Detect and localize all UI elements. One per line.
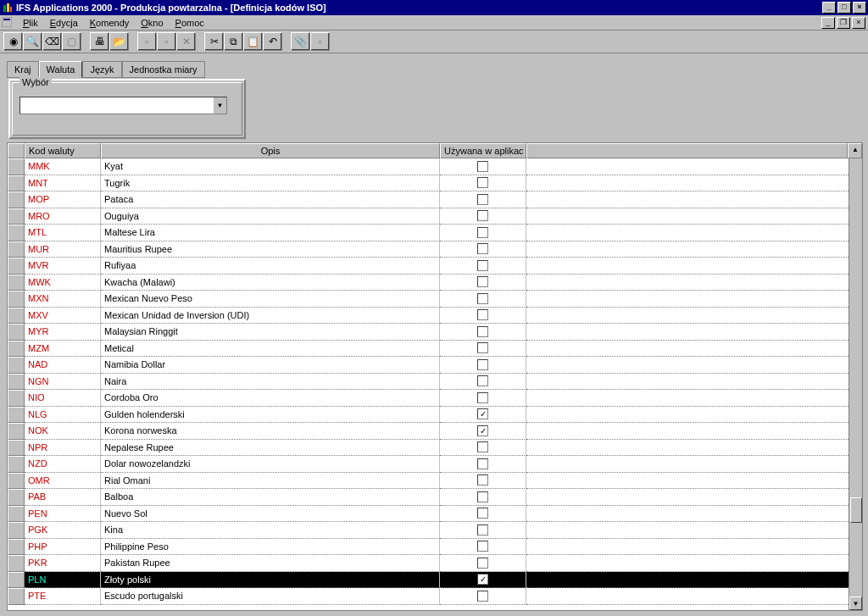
cell-desc[interactable]: Malaysian Ringgit [101,324,440,341]
scrollbar-thumb[interactable] [850,497,862,523]
checkbox-icon[interactable] [477,161,488,172]
checkbox-icon[interactable] [477,441,488,452]
cell-used[interactable] [440,175,526,192]
table-row[interactable]: MNTTugrik [8,175,862,192]
cell-code[interactable]: NLG [25,407,101,424]
cell-used[interactable] [440,440,526,457]
row-selector[interactable] [8,456,25,473]
cell-used[interactable]: ✓ [440,423,526,440]
row-selector[interactable] [8,407,25,424]
cell-desc[interactable]: Pakistan Rupee [101,555,440,572]
cell-used[interactable] [440,291,526,308]
row-selector[interactable] [8,440,25,457]
row-selector[interactable] [8,423,25,440]
cell-used[interactable] [440,275,526,291]
row-selector[interactable] [8,275,25,291]
row-selector[interactable] [8,158,25,175]
cell-used[interactable] [440,506,526,523]
table-row[interactable]: NOKKorona norweska✓ [8,423,862,440]
row-selector[interactable] [8,489,25,506]
checkbox-icon[interactable]: ✓ [477,425,488,436]
row-selector[interactable] [8,225,25,241]
cell-used[interactable] [440,555,526,572]
cell-used[interactable] [440,588,526,605]
delete-icon[interactable]: ✕ [176,32,196,51]
table-row[interactable]: NLGGulden holenderski✓ [8,407,862,424]
close-button[interactable]: × [853,2,866,14]
checkbox-icon[interactable]: ✓ [477,408,488,419]
cell-desc[interactable]: Pataca [101,191,440,208]
cell-code[interactable]: NGN [25,374,101,391]
tab-waluta[interactable]: Waluta [39,61,83,78]
mdi-minimize-button[interactable]: _ [821,17,835,29]
cell-code[interactable]: NAD [25,357,101,374]
cell-code[interactable]: PAB [25,489,101,506]
cell-code[interactable]: MMK [25,158,101,175]
cell-used[interactable] [440,374,526,391]
table-row[interactable]: MXNMexican Nuevo Peso [8,291,862,308]
table-row[interactable]: MROOuguiya [8,208,862,225]
row-selector[interactable] [8,588,25,605]
checkbox-icon[interactable] [477,194,488,205]
table-row[interactable]: MVRRufiyaa [8,258,862,275]
menu-plik[interactable]: Plik [17,17,44,29]
cell-desc[interactable]: Mauritius Rupee [101,241,440,258]
cell-code[interactable]: NZD [25,456,101,473]
cell-desc[interactable]: Escudo portugalski [101,588,440,605]
checkbox-icon[interactable] [477,508,488,519]
checkbox-icon[interactable] [477,474,488,486]
row-selector[interactable] [8,175,25,192]
filter-combo[interactable]: ▼ [19,97,227,114]
cell-desc[interactable]: Kwacha (Malawi) [101,275,440,291]
cell-desc[interactable]: Złoty polski [101,572,440,589]
search-icon[interactable]: 🔍 [23,32,42,51]
copy-icon[interactable]: ⧉ [224,32,243,51]
cell-used[interactable]: ✓ [440,407,526,424]
db-icon[interactable]: ◉ [3,32,23,51]
row-selector[interactable] [8,291,25,308]
cell-code[interactable]: MYR [25,324,101,341]
cell-code[interactable]: MUR [25,241,101,258]
cell-desc[interactable]: Rufiyaa [101,258,440,275]
menu-edycja[interactable]: Edycja [44,17,84,29]
cell-desc[interactable]: Kyat [101,158,440,175]
row-selector[interactable] [8,473,25,490]
cell-code[interactable]: PEN [25,506,101,523]
paste-icon[interactable]: 📋 [243,32,263,51]
cell-code[interactable]: NPR [25,440,101,457]
col-used[interactable]: Używana w aplikac [440,143,526,158]
cell-desc[interactable]: Korona norweska [101,423,440,440]
row-selector[interactable] [8,191,25,208]
cell-code[interactable]: PTE [25,588,101,605]
row-selector[interactable] [8,506,25,523]
row-selector[interactable] [8,324,25,341]
cell-used[interactable] [440,522,526,539]
checkbox-icon[interactable] [477,342,488,353]
cell-code[interactable]: OMR [25,473,101,490]
checkbox-icon[interactable] [477,260,488,271]
cell-code[interactable]: MZM [25,341,101,358]
filter-input[interactable] [20,97,213,114]
cell-code[interactable]: PLN [25,572,101,589]
table-row[interactable]: MWKKwacha (Malawi) [8,275,862,291]
cell-code[interactable]: MVR [25,258,101,275]
cell-code[interactable]: MRO [25,208,101,225]
checkbox-icon[interactable] [477,375,488,386]
checkbox-icon[interactable] [477,524,488,536]
cell-desc[interactable]: Kina [101,522,440,539]
checkbox-icon[interactable]: ✓ [477,574,488,585]
checkbox-icon[interactable] [477,276,488,287]
row-selector[interactable] [8,241,25,258]
open-icon[interactable]: 📂 [109,32,129,51]
row-selector[interactable] [8,341,25,358]
table-row[interactable]: MMKKyat [8,158,862,175]
cell-used[interactable] [440,241,526,258]
checkbox-icon[interactable] [477,458,488,469]
cell-code[interactable]: PKR [25,555,101,572]
cell-code[interactable]: MTL [25,225,101,241]
cut-icon[interactable]: ✂ [204,32,224,51]
table-row[interactable]: NADNamibia Dollar [8,357,862,374]
cell-used[interactable] [440,208,526,225]
cell-used[interactable] [440,225,526,241]
cell-desc[interactable]: Philippine Peso [101,539,440,556]
